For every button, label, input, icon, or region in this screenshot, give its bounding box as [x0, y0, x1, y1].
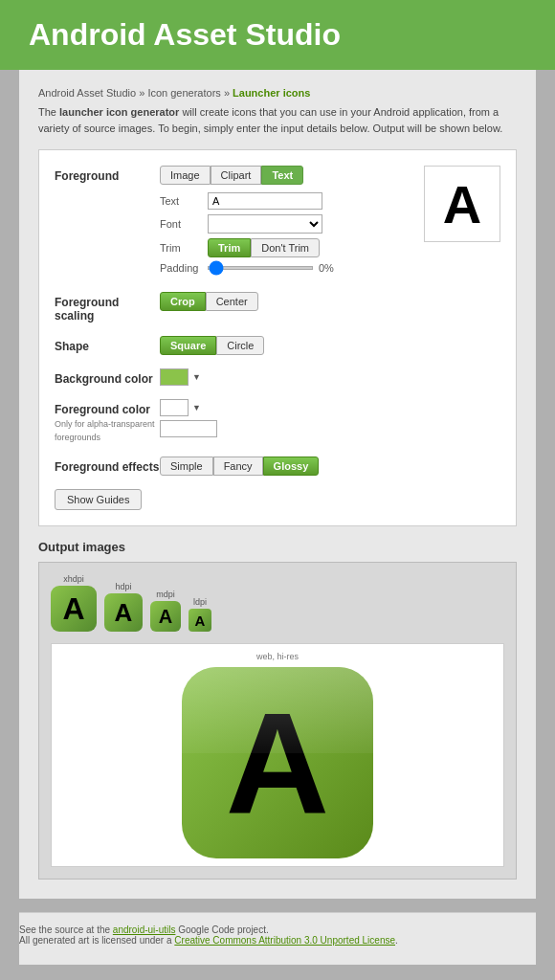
font-label: Font	[160, 218, 208, 230]
text-label: Text	[160, 195, 208, 207]
thumb-icon-xhdpi: A	[51, 586, 97, 632]
bg-color-swatch[interactable]	[160, 368, 189, 386]
main-content: Android Asset Studio » Icon generators »…	[19, 70, 536, 899]
fg-color-label: Foreground color Only for alpha-transpar…	[55, 399, 160, 443]
page-wrapper: Android Asset Studio Android Asset Studi…	[0, 0, 555, 965]
footer-line1-suffix: Google Code project.	[175, 924, 268, 935]
footer-link2[interactable]: Creative Commons Attribution 3.0 Unporte…	[174, 935, 395, 946]
thumb-icon-hdpi: A	[104, 593, 143, 632]
footer-line2-suffix: .	[395, 935, 398, 946]
settings-panel: Foreground Image Clipart Text Text	[38, 149, 517, 526]
image-btn[interactable]: Image	[160, 166, 211, 185]
bg-color-row: Background color ▼	[55, 368, 500, 386]
thumb-label-mdpi: mdpi	[156, 590, 175, 599]
padding-label: Padding	[160, 262, 208, 274]
breadcrumb-current: Launcher icons	[233, 87, 310, 99]
large-preview-label: web, hi-res	[59, 652, 496, 661]
large-icon-letter: A	[226, 691, 329, 835]
trim-group: Trim Don't Trim	[208, 238, 320, 257]
circle-btn[interactable]: Circle	[216, 336, 264, 355]
footer: See the source at the android-ui-utils G…	[19, 912, 536, 965]
bg-color-label: Background color	[55, 368, 160, 386]
thumb-ldpi: ldpi A	[189, 597, 211, 632]
thumb-hdpi: hdpi A	[104, 582, 143, 632]
square-btn[interactable]: Square	[160, 336, 216, 355]
bg-color-dropdown-arrow[interactable]: ▼	[192, 372, 201, 382]
foreground-content: Image Clipart Text Text Font	[160, 166, 405, 278]
text-btn[interactable]: Text	[261, 166, 303, 185]
padding-slider[interactable]	[208, 266, 313, 270]
shape-label: Shape	[55, 336, 160, 353]
thumb-label-ldpi: ldpi	[193, 597, 207, 607]
thumb-xhdpi: xhdpi A	[51, 574, 97, 632]
thumb-icon-ldpi: A	[189, 609, 211, 632]
shape-group: Square Circle	[160, 336, 500, 355]
fancy-btn[interactable]: Fancy	[213, 457, 263, 476]
fg-color-sublabel: Only for alpha-transparent foregrounds	[55, 419, 155, 442]
breadcrumb-sep2: »	[224, 87, 233, 99]
footer-line1-prefix: See the source at the	[19, 924, 113, 935]
preview-letter: A	[443, 173, 481, 235]
scaling-label: Foreground scaling	[55, 292, 160, 323]
description: The launcher icon generator will create …	[38, 104, 517, 136]
breadcrumb-sep1: »	[139, 87, 147, 99]
foreground-row: Foreground Image Clipart Text Text	[55, 166, 500, 278]
fg-effects-row: Foreground effects Simple Fancy Glossy	[55, 457, 500, 476]
font-select[interactable]	[208, 214, 322, 234]
padding-value: 0%	[319, 262, 334, 274]
output-title-row: Output images	[38, 540, 517, 562]
bg-color-content: ▼	[160, 368, 500, 386]
text-input[interactable]	[208, 192, 322, 210]
fg-alpha-swatch[interactable]	[160, 420, 217, 437]
fg-color-swatch-row: ▼	[160, 399, 500, 416]
shape-row: Shape Square Circle	[55, 336, 500, 355]
preview-box: A	[424, 166, 500, 242]
show-guides-row: Show Guides	[55, 489, 500, 510]
fg-effects-content: Simple Fancy Glossy	[160, 457, 500, 476]
fg-color-alpha-row: ▼	[160, 399, 500, 437]
trim-label: Trim	[160, 242, 208, 254]
fg-effects-label: Foreground effects	[55, 457, 160, 474]
crop-btn[interactable]: Crop	[160, 292, 206, 311]
trim-btn[interactable]: Trim	[208, 238, 251, 257]
fg-color-row: Foreground color Only for alpha-transpar…	[55, 399, 500, 443]
padding-row: Padding 0%	[160, 262, 405, 274]
thumbnail-row: xhdpi A hdpi A mdpi A ldpi A	[51, 574, 504, 632]
show-guides-button[interactable]: Show Guides	[55, 489, 142, 510]
glossy-btn[interactable]: Glossy	[263, 457, 320, 476]
scaling-row: Foreground scaling Crop Center	[55, 292, 500, 323]
simple-btn[interactable]: Simple	[160, 457, 213, 476]
footer-line1: See the source at the android-ui-utils G…	[19, 924, 536, 935]
dont-trim-btn[interactable]: Don't Trim	[251, 238, 320, 257]
scaling-group: Crop Center	[160, 292, 500, 311]
large-icon: A	[182, 667, 373, 858]
text-row: Text	[160, 192, 405, 210]
shape-content: Square Circle	[160, 336, 500, 355]
font-row: Font	[160, 214, 405, 234]
footer-link1[interactable]: android-ui-utils	[113, 924, 176, 935]
trim-row: Trim Trim Don't Trim	[160, 238, 405, 257]
header: Android Asset Studio	[0, 0, 555, 70]
foreground-label: Foreground	[55, 166, 160, 183]
breadcrumb: Android Asset Studio » Icon generators »…	[38, 79, 517, 104]
scaling-content: Crop Center	[160, 292, 500, 311]
thumb-mdpi: mdpi A	[150, 590, 181, 632]
thumb-label-xhdpi: xhdpi	[63, 574, 84, 584]
breadcrumb-home[interactable]: Android Asset Studio	[38, 87, 136, 99]
output-title: Output images	[38, 540, 125, 554]
center-btn[interactable]: Center	[206, 292, 258, 311]
fg-color-dropdown-arrow[interactable]: ▼	[192, 403, 201, 412]
app-title: Android Asset Studio	[29, 17, 526, 53]
output-panel: xhdpi A hdpi A mdpi A ldpi A	[38, 562, 517, 880]
fg-color-content: ▼	[160, 399, 500, 437]
clipart-btn[interactable]: Clipart	[211, 166, 262, 185]
breadcrumb-icon-gen[interactable]: Icon generators	[147, 87, 220, 99]
description-prefix: The	[38, 106, 59, 118]
bg-color-swatch-row: ▼	[160, 368, 500, 386]
thumb-label-hdpi: hdpi	[115, 582, 131, 591]
large-preview-container: web, hi-res A	[51, 643, 504, 867]
footer-line2: All generated art is licensed under a Cr…	[19, 935, 536, 946]
fg-color-swatch[interactable]	[160, 399, 189, 416]
effects-group: Simple Fancy Glossy	[160, 457, 500, 476]
thumb-icon-mdpi: A	[150, 601, 181, 632]
